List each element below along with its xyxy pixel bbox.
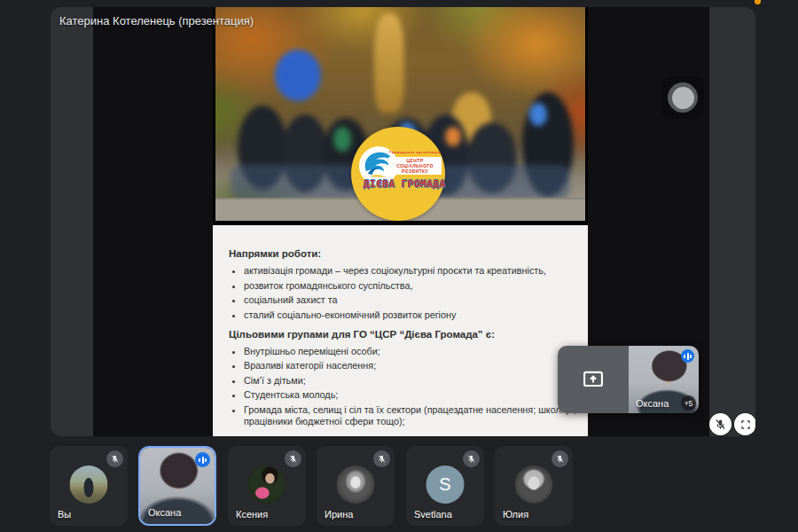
bullet-item: Сім’ї з дітьми; xyxy=(244,375,577,387)
participant-tile-irina[interactable]: Ирина xyxy=(317,446,395,526)
mic-off-icon xyxy=(377,454,387,464)
participant-tile-vy[interactable]: Вы xyxy=(50,446,128,526)
audio-bar xyxy=(687,353,689,360)
pip-video-oksana[interactable]: Оксана +5 xyxy=(629,346,699,413)
participant-tile-ksenia[interactable]: Ксения xyxy=(228,446,306,526)
logo-text-block: Громадська організація ЦЕНТР СОЦІАЛЬНОГО… xyxy=(388,150,442,176)
slide-section-directions: Напрямки роботи: активізація громади – ч… xyxy=(229,248,577,321)
mic-muted-badge xyxy=(463,450,480,467)
participant-name: Ксения xyxy=(236,509,268,520)
mic-off-icon xyxy=(555,454,565,464)
audio-bar xyxy=(684,355,685,358)
organization-logo: Громадська організація ЦЕНТР СОЦІАЛЬНОГО… xyxy=(351,127,445,221)
mic-off-icon xyxy=(110,454,120,464)
bullet-item: Вразливі категорії населення; xyxy=(244,360,577,372)
avatar xyxy=(70,466,108,504)
presenter-label: Катерина Котеленець (презентация) xyxy=(59,14,254,27)
record-indicator[interactable] xyxy=(661,76,704,119)
bullet-item: Внутрішньо переміщені особи; xyxy=(244,346,577,357)
participant-name: Svetlana xyxy=(414,509,452,520)
fullscreen-icon xyxy=(739,419,752,431)
pip-more-badge[interactable]: +5 xyxy=(681,395,696,411)
presentation-slide: Громадська організація ЦЕНТР СОЦІАЛЬНОГО… xyxy=(213,7,588,436)
audio-bar xyxy=(690,355,692,358)
bullet-list: активізація громади – через соціокультур… xyxy=(229,265,577,321)
page-background: { "presenter_label": "Катерина Котеленец… xyxy=(0,0,798,532)
fullscreen-button[interactable] xyxy=(734,413,755,435)
avatar-initial: S xyxy=(426,466,465,504)
pip-participant-name: Оксана xyxy=(636,398,669,409)
audio-activity-badge xyxy=(195,452,210,467)
slide-section-target-groups: Цільовими групами для ГО “ЦСР “Дієва Гро… xyxy=(229,329,577,427)
audio-bar xyxy=(205,458,207,462)
notification-dot xyxy=(755,0,761,4)
participant-tile-yulia[interactable]: Юлия xyxy=(495,446,573,526)
mic-off-icon xyxy=(288,454,298,464)
presentation-stage-tile[interactable]: Катерина Котеленець (презентация) xyxy=(51,7,755,436)
section-heading: Цільовими групами для ГО “ЦСР “Дієва Гро… xyxy=(229,329,577,340)
participant-tile-oksana[interactable]: Оксана xyxy=(138,446,216,526)
bullet-item: розвиток громадянського суспільства, xyxy=(244,280,577,292)
avatar xyxy=(515,466,553,504)
present-icon xyxy=(578,367,608,392)
logo-brand-title: ДІЄВА ГРОМАДА xyxy=(364,178,443,190)
participant-tile-svetlana[interactable]: S Svetlana xyxy=(406,446,484,526)
participant-name: Оксана xyxy=(148,507,181,518)
audio-bar xyxy=(202,457,204,464)
group-photo: Громадська організація ЦЕНТР СОЦІАЛЬНОГО… xyxy=(213,7,588,225)
slide-text-body: Напрямки роботи: активізація громади – ч… xyxy=(213,225,588,436)
participant-name: Вы xyxy=(58,509,71,520)
mic-muted-badge xyxy=(373,450,390,467)
mic-muted-badge xyxy=(552,450,568,467)
bullet-item: активізація громади – через соціокультур… xyxy=(244,265,577,277)
record-indicator-ring xyxy=(668,82,698,113)
participant-name: Юлия xyxy=(503,509,528,520)
bullet-item: сталий соціально-економічний розвиток ре… xyxy=(244,309,577,321)
avatar xyxy=(248,466,286,504)
orange-scarf xyxy=(445,127,461,146)
logo-org-type: Громадська організація xyxy=(388,150,442,154)
participant-name: Ирина xyxy=(325,509,353,520)
bullet-item: Громада міста, селищ і сіл та їх сектори… xyxy=(244,404,577,427)
pip-present-button[interactable] xyxy=(558,346,629,413)
mic-off-icon xyxy=(466,454,476,464)
mic-muted-badge xyxy=(106,450,123,467)
bullet-item: Студентська молодь; xyxy=(244,389,577,401)
golden-statue xyxy=(374,13,404,113)
section-heading: Напрямки роботи: xyxy=(229,248,577,259)
pip-overlay[interactable]: Оксана +5 xyxy=(558,346,699,413)
bullet-list: Внутрішньо переміщені особи; Вразливі ка… xyxy=(229,346,577,427)
audio-activity-badge xyxy=(681,349,694,363)
audio-bar xyxy=(199,458,200,462)
mic-off-icon xyxy=(714,418,727,431)
logo-org-name: ЦЕНТР СОЦІАЛЬНОГО РОЗВИТКУ xyxy=(388,157,442,175)
avatar xyxy=(337,466,375,504)
person-blue-jacket xyxy=(275,50,321,101)
record-indicator-dot xyxy=(672,87,694,109)
mic-muted-badge xyxy=(285,450,301,467)
bullet-item: соціальний захист та xyxy=(244,294,577,306)
mic-off-button[interactable] xyxy=(709,413,732,435)
